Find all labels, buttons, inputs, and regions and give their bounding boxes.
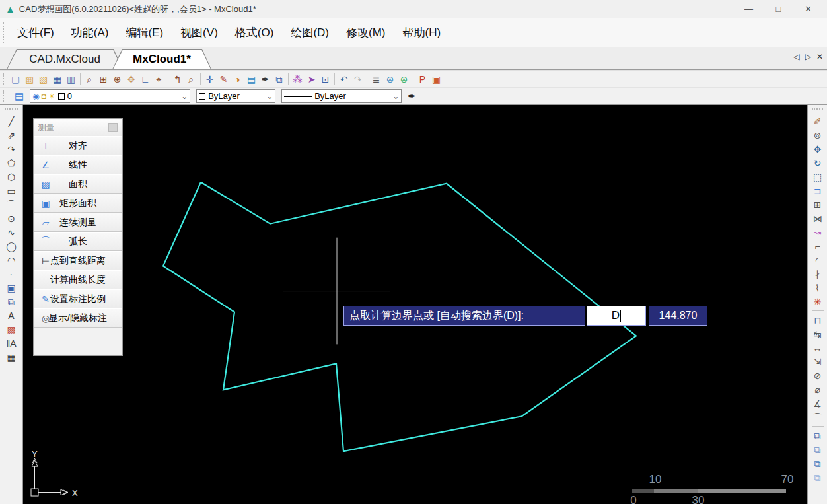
- menu-item[interactable]: 修改(M): [338, 25, 394, 40]
- match-properties-icon[interactable]: ✒: [408, 90, 416, 102]
- text-icon[interactable]: A: [4, 308, 18, 322]
- tab-close-button[interactable]: ✕: [816, 52, 823, 61]
- offset-icon[interactable]: ⊐: [810, 184, 825, 198]
- move-icon[interactable]: ✥: [810, 142, 825, 156]
- layer-manager-icon[interactable]: ▤: [15, 90, 24, 102]
- menu-item[interactable]: 帮助(H): [394, 25, 450, 40]
- command-input-field[interactable]: D: [587, 306, 646, 326]
- menu-item[interactable]: 编辑(E): [117, 25, 172, 40]
- tab-scroll-right-button[interactable]: ▷: [805, 52, 811, 61]
- menu-item[interactable]: 功能(A): [63, 25, 118, 40]
- toolbar-grip[interactable]: [3, 22, 6, 42]
- rectangle-icon[interactable]: ▭: [4, 184, 18, 198]
- measure-item-align[interactable]: ⊤ 对齐: [34, 136, 122, 155]
- pdf-export-icon[interactable]: P: [415, 72, 429, 86]
- dim-angular-icon[interactable]: ∡: [810, 396, 825, 410]
- pen-icon[interactable]: ✎: [217, 72, 231, 86]
- export-view-icon[interactable]: ⧉: [272, 72, 286, 86]
- measure-item-continuous[interactable]: ▱ 连续测量: [34, 213, 122, 232]
- menu-item[interactable]: 格式(O): [227, 25, 283, 40]
- close-button[interactable]: ✕: [793, 0, 823, 18]
- tab-mxcloud1[interactable]: MxCloud1*: [112, 49, 211, 69]
- block-icon[interactable]: ▣: [4, 281, 18, 295]
- insert-image-icon[interactable]: ⊡: [318, 72, 332, 86]
- copy-icon[interactable]: ⊚: [810, 128, 825, 142]
- ungroup-icon[interactable]: ⧉: [810, 443, 825, 456]
- measure-item-rect-area[interactable]: ▣ 矩形面积: [34, 194, 122, 213]
- open-template-icon[interactable]: ▨: [22, 72, 36, 86]
- color-hatch-icon[interactable]: ▩: [4, 322, 18, 336]
- measure-item-dim-scale[interactable]: ✎ 设置标注比例: [34, 289, 122, 308]
- line-icon[interactable]: ╱: [4, 114, 18, 128]
- tab-cad-mxcloud[interactable]: CAD.MxCloud: [7, 49, 123, 69]
- new-file-icon[interactable]: ▢: [9, 72, 22, 86]
- undo-icon[interactable]: ↶: [337, 72, 351, 86]
- tab-scroll-left-button[interactable]: ◁: [793, 52, 799, 61]
- maximize-button[interactable]: □: [764, 0, 793, 18]
- hatch-icon[interactable]: ▦: [4, 350, 18, 364]
- measure-panel-title-bar[interactable]: 测量: [34, 119, 122, 136]
- zoom-selection-icon[interactable]: ⌖: [152, 72, 166, 86]
- save-icon[interactable]: ▦: [50, 72, 64, 86]
- polygon-icon[interactable]: ⬠: [4, 156, 18, 170]
- mirror-icon[interactable]: ⋈: [810, 211, 825, 225]
- menu-item[interactable]: 视图(V): [172, 25, 227, 40]
- redo-icon[interactable]: ↷: [351, 72, 365, 86]
- zoom-in-icon[interactable]: ⌕: [83, 72, 96, 86]
- spline-icon[interactable]: ∿: [4, 225, 18, 239]
- canvas-svg[interactable]: Y X: [23, 105, 807, 504]
- color-select[interactable]: ByLayer ⌄: [196, 89, 275, 103]
- select-rect-icon[interactable]: ⬚: [810, 170, 825, 184]
- cloud-icon[interactable]: ⊛: [383, 72, 397, 86]
- array-icon[interactable]: ⊞: [810, 198, 825, 211]
- dim-arclength-icon[interactable]: ⌒: [810, 410, 825, 424]
- zoom-window-icon[interactable]: ⊞: [96, 72, 110, 86]
- dim-continue-icon[interactable]: ↹: [810, 327, 825, 341]
- break-icon[interactable]: ∤: [810, 267, 825, 281]
- pan-icon[interactable]: ✥: [124, 72, 138, 86]
- image-export-icon[interactable]: ▣: [429, 72, 443, 86]
- measure-item-curve-length[interactable]: 计算曲线长度: [34, 270, 122, 289]
- layer-select[interactable]: ◉◘☀ 0 ⌄: [30, 89, 190, 103]
- toolbar-grip[interactable]: [812, 108, 823, 112]
- symmetry-axis-icon[interactable]: ✛: [203, 72, 217, 86]
- print-icon[interactable]: ≣: [369, 72, 383, 86]
- ellipse-icon[interactable]: ◯: [4, 239, 18, 253]
- chamfer-icon[interactable]: ⌐: [810, 239, 825, 253]
- toolbar-grip[interactable]: [3, 90, 6, 102]
- send-back-icon[interactable]: ⧉: [810, 470, 825, 484]
- measure-item-point-to-line[interactable]: ⊢ 点到直线距离: [34, 251, 122, 270]
- open-file-icon[interactable]: ▧: [36, 72, 50, 86]
- ink-brush-icon[interactable]: ✒: [258, 72, 272, 86]
- break-at-point-icon[interactable]: ⌇: [810, 281, 825, 295]
- layer-colors-icon[interactable]: ▤: [244, 72, 258, 86]
- magnifier-icon[interactable]: ⌕: [184, 72, 198, 86]
- menu-item[interactable]: 文件(F): [9, 25, 63, 40]
- panel-close-button[interactable]: [108, 123, 118, 132]
- measure-item-area[interactable]: ▨ 面积: [34, 174, 122, 194]
- measure-item-show-hide[interactable]: ◎ 显示/隐藏标注: [34, 308, 122, 328]
- arc-3pt-icon[interactable]: ↷: [4, 142, 18, 156]
- fillet-icon[interactable]: ◜: [810, 253, 825, 267]
- zoom-extents-icon[interactable]: ⊕: [110, 72, 124, 86]
- group-icon[interactable]: ⧉: [810, 429, 825, 443]
- freehand-polygon-icon[interactable]: ⬡: [4, 170, 18, 184]
- cloud-sync-icon[interactable]: ⊛: [397, 72, 411, 86]
- dim-radius-icon[interactable]: ⊘: [810, 369, 825, 382]
- select-arrow-icon[interactable]: ➤: [305, 72, 318, 86]
- drawing-canvas[interactable]: Y X 测量 ⊤ 对齐: [23, 105, 807, 504]
- xline-icon[interactable]: ⇗: [4, 128, 18, 142]
- erase-icon[interactable]: ✐: [810, 114, 825, 128]
- dim-diameter-icon[interactable]: ⌀: [810, 382, 825, 396]
- explode-icon[interactable]: ✳: [810, 295, 825, 308]
- view-previous-icon[interactable]: ↰: [170, 72, 184, 86]
- toolbar-grip[interactable]: [5, 108, 18, 112]
- palette-icon[interactable]: ◑: [231, 72, 244, 86]
- measure-item-linear[interactable]: ∠ 线性: [34, 155, 122, 174]
- insert-block-icon[interactable]: ⧉: [4, 295, 18, 308]
- bring-front-icon[interactable]: ⧉: [810, 456, 825, 470]
- aligned-text-icon[interactable]: ‖A: [4, 336, 18, 350]
- circle-icon[interactable]: ⊙: [4, 211, 18, 225]
- arc-icon[interactable]: ⌒: [4, 198, 18, 211]
- polyline-edit-icon[interactable]: ⊓: [810, 313, 825, 327]
